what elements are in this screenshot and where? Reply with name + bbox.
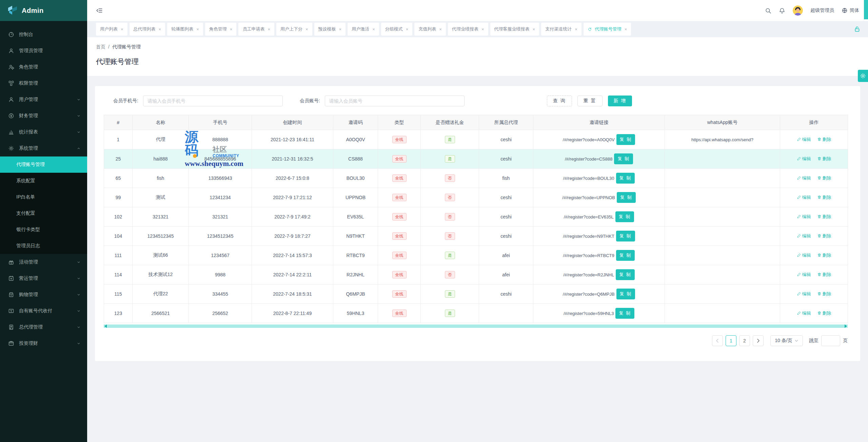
sidebar-item-dashboard[interactable]: 控制台 [0,26,87,43]
tab[interactable]: 代理客服业绩报表× [490,23,539,36]
sidebar-subitem[interactable]: 系统配置 [0,173,87,189]
sidebar-subitem[interactable]: 支付配置 [0,205,87,222]
close-icon[interactable]: × [406,27,409,32]
edit-button[interactable]: 编辑 [797,233,811,239]
sidebar-item-user[interactable]: 用户管理 [0,91,87,108]
close-icon[interactable]: × [159,27,161,32]
tab[interactable]: 代理业绩报表× [448,23,488,36]
sidebar-subitem[interactable]: 银行卡类型 [0,222,87,238]
tab[interactable]: 充值列表× [414,23,446,36]
sidebar-item-stats[interactable]: 统计报表 [0,124,87,140]
unlock-icon[interactable] [854,26,861,33]
close-icon[interactable]: × [268,27,270,32]
delete-button[interactable]: 删除 [817,214,831,220]
delete-button[interactable]: 删除 [817,252,831,258]
tab[interactable]: 总代理列表× [130,23,165,36]
delete-button[interactable]: 删除 [817,156,831,162]
scroll-right-arrow-icon[interactable] [845,324,847,328]
close-icon[interactable]: × [372,27,375,32]
sidebar-item-investment[interactable]: 投资理财 [0,335,87,352]
sidebar-item-shopping[interactable]: 购物管理 [0,287,87,303]
close-icon[interactable]: × [339,27,342,32]
prev-page-button[interactable] [712,335,723,346]
close-icon[interactable]: × [625,27,627,32]
edit-button[interactable]: 编辑 [797,214,811,220]
avatar[interactable] [793,5,803,16]
tab[interactable]: 员工申请表× [238,23,274,36]
edit-button[interactable]: 编辑 [797,272,811,278]
close-icon[interactable]: × [533,27,535,32]
account-filter-input[interactable] [325,96,465,106]
tab[interactable]: 预设模板× [314,23,346,36]
reset-button[interactable]: 重 置 [577,96,603,106]
tab[interactable]: 角色管理× [205,23,237,36]
tab[interactable]: 用户列表× [96,23,127,36]
sidebar-item-operation[interactable]: 营运管理 [0,270,87,287]
settings-gear-button[interactable] [858,70,868,82]
copy-button[interactable]: 复 制 [615,211,634,222]
tab[interactable]: 分组模式× [381,23,413,36]
copy-button[interactable]: 复 制 [616,134,635,145]
copy-button[interactable]: 复 制 [615,308,634,319]
bell-icon[interactable] [779,7,785,14]
next-page-button[interactable] [753,335,764,346]
tab[interactable]: 用户激活× [348,23,379,36]
sidebar-item-activity[interactable]: 活动管理 [0,254,87,270]
edit-button[interactable]: 编辑 [797,310,811,316]
close-icon[interactable]: × [196,27,199,32]
copy-button[interactable]: 复 制 [616,231,635,241]
refresh-icon[interactable] [588,27,592,31]
sidebar-item-system[interactable]: 系统管理 [0,140,87,156]
tab[interactable]: 代理账号管理× [584,23,631,36]
edit-button[interactable]: 编辑 [797,175,811,181]
phone-filter-input[interactable] [143,96,283,106]
copy-button[interactable]: 复 制 [616,289,635,299]
delete-button[interactable]: 删除 [817,310,831,316]
sidebar-item-permission[interactable]: 权限管理 [0,75,87,91]
copy-button[interactable]: 复 制 [616,250,635,261]
per-page-select[interactable]: 10 条/页 [770,335,803,346]
tab[interactable]: 用户上下分× [276,23,312,36]
sidebar-item-role[interactable]: 角色管理 [0,59,87,75]
search-button[interactable]: 查 询 [547,96,572,106]
close-icon[interactable]: × [575,27,577,32]
sidebar-item-finance[interactable]: 财务管理 [0,108,87,124]
delete-button[interactable]: 删除 [817,136,831,143]
jump-page-input[interactable] [821,335,840,346]
sidebar-item-own-account[interactable]: 自有账号代收付 [0,303,87,319]
tab[interactable]: 轮播图列表× [167,23,203,36]
close-icon[interactable]: × [439,27,442,32]
page-button[interactable]: 2 [739,335,750,346]
sidebar-subitem[interactable]: 代理账号管理 [0,156,87,173]
close-icon[interactable]: × [230,27,233,32]
breadcrumb-home[interactable]: 首页 [96,44,105,50]
tab[interactable]: 支付渠道统计× [541,23,581,36]
edit-button[interactable]: 编辑 [797,252,811,258]
edit-button[interactable]: 编辑 [797,156,811,162]
close-icon[interactable]: × [305,27,308,32]
delete-button[interactable]: 删除 [817,194,831,201]
edit-button[interactable]: 编辑 [797,136,811,143]
copy-button[interactable]: 复 制 [616,173,635,184]
edit-button[interactable]: 编辑 [797,194,811,201]
page-button[interactable]: 1 [726,335,736,346]
close-icon[interactable]: × [121,27,123,32]
copy-button[interactable]: 复 制 [614,153,633,164]
copy-button[interactable]: 复 制 [616,269,635,280]
edit-button[interactable]: 编辑 [797,291,811,297]
sidebar-item-general-agent[interactable]: 总代理管理 [0,319,87,335]
delete-button[interactable]: 删除 [817,233,831,239]
delete-button[interactable]: 删除 [817,175,831,181]
username[interactable]: 超级管理员 [810,7,834,14]
delete-button[interactable]: 删除 [817,291,831,297]
close-icon[interactable]: × [481,27,484,32]
delete-button[interactable]: 删除 [817,272,831,278]
menu-fold-icon[interactable] [96,7,103,14]
search-icon[interactable] [765,7,771,14]
scroll-left-arrow-icon[interactable] [104,324,107,328]
sidebar-item-admin[interactable]: 管理员管理 [0,43,87,59]
copy-button[interactable]: 复 制 [617,192,636,203]
sidebar-subitem[interactable]: 管理员日志 [0,238,87,254]
add-button[interactable]: 新 增 [608,96,632,106]
language-switcher[interactable]: 简体 [842,7,859,14]
